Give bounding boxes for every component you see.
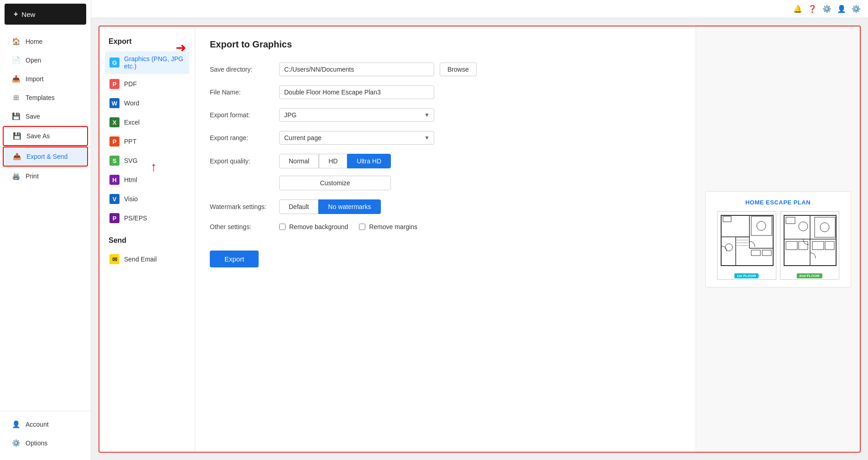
floor2-label: 2nd FLOOR [796, 273, 822, 278]
sidebar-item-save[interactable]: 💾 Save [3, 107, 88, 125]
export-range-select[interactable]: Current page All pages Selected pages [279, 131, 434, 145]
svg-rect-8 [723, 216, 731, 222]
save-directory-row: Save directory: Browse [210, 63, 681, 76]
new-button[interactable]: + New [5, 4, 86, 25]
floor-plan-1: 1st FLOOR [717, 211, 776, 280]
sidebar: + New 🏠 Home 📄 Open 📥 Import ⊞ Templates… [0, 0, 91, 460]
sidebar-item-account-label: Account [26, 421, 49, 428]
sidebar-item-open[interactable]: 📄 Open [3, 51, 88, 69]
save-directory-label: Save directory: [210, 66, 274, 73]
graphics-icon: G [109, 58, 120, 68]
account-icon: 👤 [12, 420, 20, 429]
visio-icon: V [109, 194, 120, 204]
export-type-pseps[interactable]: P PS/EPS [105, 209, 189, 227]
svg-rect-21 [812, 241, 824, 250]
export-types-column: Export G Graphics (PNG, JPG etc.) P PDF … [99, 26, 195, 452]
send-section-title: Send [105, 236, 189, 245]
floor1-label: 1st FLOOR [734, 273, 759, 278]
export-button[interactable]: Export [210, 251, 259, 267]
sidebar-item-print-label: Print [26, 172, 39, 180]
svg-rect-9 [751, 216, 772, 235]
main-content: 🔔 ❓ ⚙️ 👤 ⚙️ ➜ ↑ Export G Graphics (PNG, … [91, 0, 868, 460]
export-settings-column: Export to Graphics Save directory: Brows… [195, 26, 696, 452]
export-type-word[interactable]: W Word [105, 94, 189, 112]
send-email-item[interactable]: ✉ Send Email [105, 250, 189, 268]
quality-normal-btn[interactable]: Normal [279, 154, 319, 168]
sidebar-item-templates[interactable]: ⊞ Templates [3, 89, 88, 107]
svg-rect-0 [721, 215, 773, 266]
sidebar-item-home[interactable]: 🏠 Home [3, 32, 88, 51]
export-type-html[interactable]: H Html [105, 171, 189, 189]
import-icon: 📥 [12, 75, 20, 83]
export-type-ppt[interactable]: P PPT [105, 132, 189, 151]
visio-label: Visio [124, 195, 138, 203]
sidebar-item-save-label: Save [26, 113, 40, 120]
pseps-icon: P [109, 213, 120, 223]
pseps-label: PS/EPS [124, 214, 147, 222]
sidebar-item-save-as[interactable]: 💾 Save As [3, 126, 88, 146]
sidebar-bottom: 👤 Account ⚙️ Options [0, 411, 91, 460]
export-range-label: Export range: [210, 134, 274, 141]
remove-margins-checkbox[interactable]: Remove margins [359, 223, 417, 230]
sidebar-item-account[interactable]: 👤 Account [3, 415, 88, 434]
quality-ultrahd-btn[interactable]: Ultra HD [347, 154, 391, 168]
remove-background-label: Remove background [289, 223, 348, 230]
sidebar-item-open-label: Open [26, 57, 41, 64]
help-icon[interactable]: ❓ [808, 5, 817, 13]
settings-icon[interactable]: ⚙️ [852, 5, 861, 13]
sidebar-item-print[interactable]: 🖨️ Print [3, 167, 88, 185]
export-panel: Export G Graphics (PNG, JPG etc.) P PDF … [99, 26, 861, 453]
ppt-icon: P [109, 136, 120, 146]
sidebar-item-import[interactable]: 📥 Import [3, 70, 88, 88]
export-format-select-wrapper: JPG PNG BMP GIF SVG ▼ [279, 108, 434, 122]
templates-icon: ⊞ [12, 94, 20, 102]
svg-point-5 [725, 244, 733, 251]
watermark-default-btn[interactable]: Default [279, 199, 318, 214]
remove-background-checkbox[interactable]: Remove background [279, 223, 348, 230]
ppt-label: PPT [124, 138, 136, 145]
file-name-input[interactable] [279, 85, 434, 99]
user-icon[interactable]: 👤 [837, 5, 846, 13]
svg-label: SVG [124, 157, 138, 164]
floor-plan-2-svg [780, 212, 839, 279]
html-icon: H [109, 175, 120, 185]
export-type-svg[interactable]: S SVG [105, 152, 189, 170]
floor-plan-1-svg [717, 212, 776, 279]
export-type-graphics[interactable]: G Graphics (PNG, JPG etc.) [105, 51, 189, 74]
sidebar-item-options-label: Options [26, 439, 47, 447]
export-format-row: Export format: JPG PNG BMP GIF SVG ▼ [210, 108, 681, 122]
export-format-select[interactable]: JPG PNG BMP GIF SVG [279, 108, 434, 122]
sidebar-item-export-send-label: Export & Send [26, 153, 68, 160]
remove-margins-input[interactable] [359, 224, 365, 230]
export-type-excel[interactable]: X Excel [105, 113, 189, 131]
save-directory-input[interactable] [279, 63, 434, 76]
top-bar: 🔔 ❓ ⚙️ 👤 ⚙️ [91, 0, 868, 18]
watermark-row: Watermark settings: Default No watermark… [210, 199, 681, 214]
sidebar-item-export-send[interactable]: 📤 Export & Send [3, 146, 88, 167]
send-email-label: Send Email [124, 256, 157, 263]
quality-hd-btn[interactable]: HD [319, 154, 347, 168]
pdf-icon: P [109, 79, 120, 89]
preview-column: HOME ESCAPE PLAN [696, 26, 860, 452]
remove-background-input[interactable] [279, 224, 286, 230]
svg-rect-19 [786, 241, 797, 250]
sidebar-nav: 🏠 Home 📄 Open 📥 Import ⊞ Templates 💾 Sav… [0, 28, 91, 411]
export-type-visio[interactable]: V Visio [105, 190, 189, 208]
watermark-none-btn[interactable]: No watermarks [318, 199, 380, 214]
browse-button[interactable]: Browse [440, 63, 477, 76]
svg-point-26 [820, 223, 829, 232]
new-button-label: New [21, 10, 35, 18]
watermark-group: Default No watermarks [279, 199, 381, 214]
save-as-icon: 💾 [13, 132, 21, 140]
export-send-icon: 📤 [13, 152, 21, 161]
export-quality-label: Export quality: [210, 154, 274, 165]
customize-btn[interactable]: Customize [279, 176, 391, 190]
sidebar-item-options[interactable]: ⚙️ Options [3, 434, 88, 452]
pdf-label: PDF [124, 80, 137, 88]
svg-rect-6 [751, 250, 760, 256]
apps-icon[interactable]: ⚙️ [822, 5, 832, 13]
export-type-pdf[interactable]: P PDF [105, 75, 189, 93]
bell-icon[interactable]: 🔔 [793, 5, 802, 13]
quality-controls: Normal HD Ultra HD Customize [279, 154, 391, 190]
other-settings-label: Other settings: [210, 223, 274, 230]
